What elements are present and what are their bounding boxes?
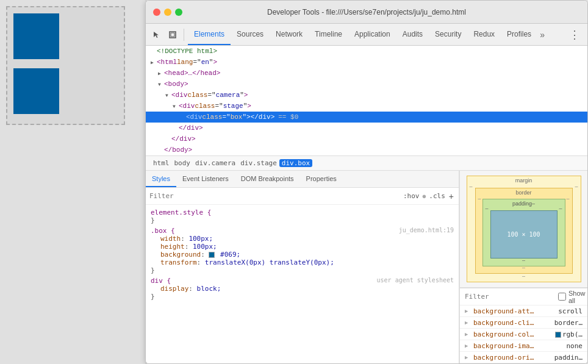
computed-list: ▶ background-att… scroll ▶ background-cl… bbox=[460, 305, 587, 364]
devtools-window: Developer Tools - file:///Users/se7en/pr… bbox=[145, 0, 588, 364]
tab-application[interactable]: Application bbox=[348, 24, 396, 45]
traffic-lights bbox=[146, 9, 182, 16]
rule-box: .box { ju_demo.html:19 width: 100px; hei… bbox=[146, 226, 459, 276]
svg-rect-1 bbox=[171, 33, 174, 37]
color-swatch-bg[interactable] bbox=[209, 252, 215, 258]
blue-box-top bbox=[13, 13, 59, 59]
tab-sources[interactable]: Sources bbox=[231, 24, 270, 45]
minimize-button[interactable] bbox=[164, 9, 171, 16]
computed-item-bg-ori[interactable]: ▶ background-ori… paddin… bbox=[460, 352, 587, 363]
rule-element-style: element.style { } bbox=[146, 207, 459, 226]
html-line-camera[interactable]: ▼ <div class="camera"> bbox=[146, 90, 587, 101]
right-panel: margin – – – – border – – – bbox=[459, 171, 587, 364]
computed-filter-bar: Show all bbox=[460, 288, 587, 305]
breadcrumb: html body div.camera div.stage div.box bbox=[146, 156, 587, 171]
preview-panel bbox=[0, 0, 146, 364]
expand-arrow-bg-ima: ▶ bbox=[465, 343, 471, 349]
arrow-head: ▶ bbox=[158, 71, 164, 76]
toolbar-divider bbox=[184, 29, 184, 41]
breadcrumb-stage[interactable]: div.stage bbox=[238, 159, 279, 167]
close-button[interactable] bbox=[153, 9, 160, 16]
tab-event-listeners[interactable]: Event Listeners bbox=[176, 171, 235, 187]
titlebar: Developer Tools - file:///Users/se7en/pr… bbox=[146, 1, 587, 24]
html-line-html[interactable]: ▶ <html lang="en"> bbox=[146, 57, 587, 68]
computed-filter-input[interactable] bbox=[465, 293, 554, 301]
expand-arrow-bg-att: ▶ bbox=[465, 308, 471, 314]
hov-button[interactable]: :hov bbox=[403, 192, 420, 200]
cls-button[interactable]: .cls bbox=[429, 192, 445, 200]
maximize-button[interactable] bbox=[175, 9, 182, 16]
html-line-body[interactable]: ▼ <body> bbox=[146, 79, 587, 90]
cursor-icon-btn[interactable] bbox=[149, 27, 164, 42]
computed-item-bg-col[interactable]: ▶ background-col… rgb(… bbox=[460, 329, 587, 340]
tab-bar: Elements Sources Network Timeline Applic… bbox=[188, 24, 564, 45]
html-line-head[interactable]: ▶ <head>…</head> bbox=[146, 68, 587, 79]
bottom-area: Styles Event Listeners DOM Breakpoints P… bbox=[146, 171, 587, 364]
border-label: border bbox=[476, 188, 572, 196]
filter-input[interactable] bbox=[149, 192, 401, 200]
devtools-menu-icon[interactable]: ⋮ bbox=[565, 28, 584, 41]
html-line-stage[interactable]: ▼ <div class="stage"> bbox=[146, 101, 587, 112]
margin-label: margin bbox=[467, 176, 581, 184]
expand-arrow-bg-cli: ▶ bbox=[465, 319, 471, 326]
show-all-label: Show all bbox=[558, 290, 586, 304]
tab-profiles[interactable]: Profiles bbox=[501, 24, 537, 45]
color-swatch-computed[interactable] bbox=[555, 332, 561, 338]
breadcrumb-html[interactable]: html bbox=[151, 159, 172, 167]
padding-layer: padding– – – – 100 × 100 bbox=[482, 199, 565, 266]
add-style-button[interactable]: + bbox=[448, 191, 455, 201]
breadcrumb-camera[interactable]: div.camera bbox=[193, 159, 238, 167]
computed-item-bg-ima[interactable]: ▶ background-ima… none bbox=[460, 340, 587, 352]
arrow-body: ▼ bbox=[158, 82, 164, 87]
html-line-close-stage[interactable]: </div> bbox=[146, 123, 587, 134]
box-model-section: margin – – – – border – – – bbox=[460, 171, 587, 288]
styles-panel: Styles Event Listeners DOM Breakpoints P… bbox=[146, 171, 459, 364]
html-tree-panel: <!DOCTYPE html> ▶ <html lang="en"> ▶ <he… bbox=[146, 46, 587, 156]
dot-separator: ● bbox=[421, 191, 426, 201]
rule-div: div { user agent stylesheet display: blo… bbox=[146, 276, 459, 302]
blue-box-bottom bbox=[13, 68, 59, 114]
inspect-box-icon-btn[interactable] bbox=[165, 27, 180, 42]
tab-audits[interactable]: Audits bbox=[396, 24, 429, 45]
content-size-label: 100 × 100 bbox=[507, 231, 540, 238]
cursor-icon bbox=[152, 30, 161, 39]
more-tabs-icon[interactable]: » bbox=[537, 30, 547, 40]
padding-label: padding– bbox=[483, 199, 565, 207]
computed-panel: Show all ▶ background-att… scroll ▶ back… bbox=[460, 288, 587, 364]
computed-item-bg-att[interactable]: ▶ background-att… scroll bbox=[460, 305, 587, 317]
tab-dom-breakpoints[interactable]: DOM Breakpoints bbox=[235, 171, 300, 187]
styles-tabs: Styles Event Listeners DOM Breakpoints P… bbox=[146, 171, 459, 188]
computed-item-bg-cli[interactable]: ▶ background-cli… border… bbox=[460, 317, 587, 329]
tab-timeline[interactable]: Timeline bbox=[309, 24, 348, 45]
tab-styles[interactable]: Styles bbox=[146, 171, 176, 187]
tab-network[interactable]: Network bbox=[270, 24, 309, 45]
html-line-doctype[interactable]: <!DOCTYPE html> bbox=[146, 46, 587, 57]
tab-redux[interactable]: Redux bbox=[467, 24, 501, 45]
breadcrumb-body[interactable]: body bbox=[172, 159, 193, 167]
tab-elements[interactable]: Elements bbox=[188, 24, 231, 45]
arrow-html: ▶ bbox=[151, 60, 157, 65]
arrow-stage: ▼ bbox=[173, 104, 179, 109]
styles-content: element.style { } .box { ju_demo.html:19… bbox=[146, 205, 459, 364]
arrow-camera: ▼ bbox=[165, 93, 171, 98]
box-model-diagram: margin – – – – border – – – bbox=[467, 176, 581, 282]
content-layer: 100 × 100 bbox=[490, 210, 558, 259]
window-title: Developer Tools - file:///Users/se7en/pr… bbox=[267, 8, 466, 16]
tab-properties[interactable]: Properties bbox=[300, 171, 343, 187]
html-line-close-camera[interactable]: </div> bbox=[146, 134, 587, 145]
filter-bar: :hov ● .cls + bbox=[146, 188, 459, 205]
box-icon bbox=[168, 30, 177, 39]
breadcrumb-box[interactable]: div.box bbox=[279, 159, 312, 167]
expand-arrow-bg-col: ▶ bbox=[465, 331, 471, 337]
expand-arrow-bg-ori: ▶ bbox=[465, 354, 471, 360]
preview-box bbox=[6, 6, 125, 125]
show-all-checkbox[interactable] bbox=[558, 293, 566, 301]
html-line-box[interactable]: <div class="box"></div> == $0 bbox=[146, 112, 587, 123]
tab-security[interactable]: Security bbox=[429, 24, 467, 45]
toolbar: Elements Sources Network Timeline Applic… bbox=[146, 24, 587, 46]
html-line-close-body[interactable]: </body> bbox=[146, 145, 587, 155]
